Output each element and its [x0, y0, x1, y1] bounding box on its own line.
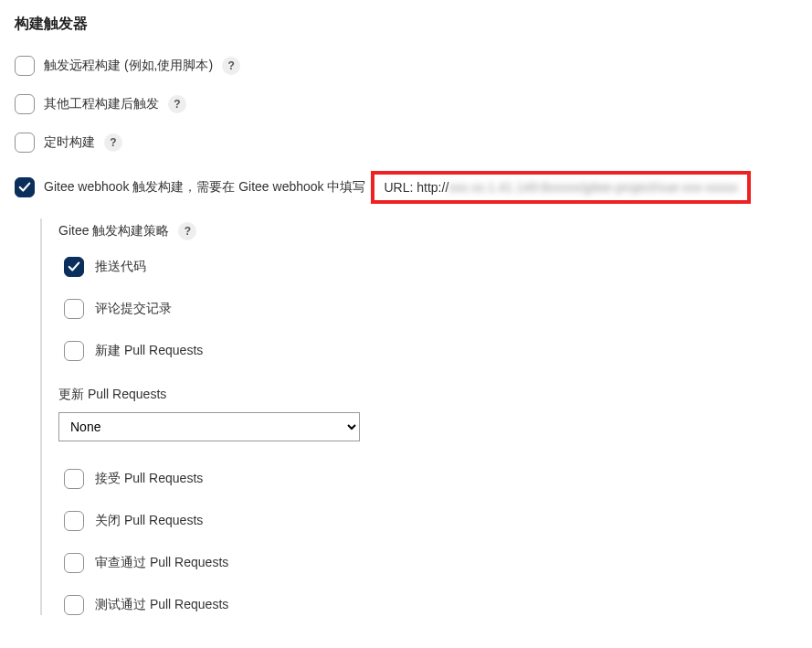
- update-pr-label: 更新 Pull Requests: [58, 387, 797, 403]
- check-icon: [18, 181, 31, 194]
- push-code-label: 推送代码: [95, 259, 146, 275]
- gitee-strategy-section: Gitee 触发构建策略 ? 推送代码 评论提交记录 新建 Pull Reque…: [40, 218, 797, 615]
- gitee-strategy-title-row: Gitee 触发构建策略 ?: [58, 222, 797, 240]
- section-title: 构建触发器: [15, 15, 797, 34]
- comment-commit-checkbox[interactable]: [64, 299, 84, 319]
- trigger-gitee-row: Gitee webhook 触发构建，需要在 Gitee webhook 中填写…: [15, 171, 797, 204]
- trigger-scheduled-label: 定时构建: [44, 134, 95, 151]
- review-pass-pr-checkbox[interactable]: [64, 553, 84, 573]
- push-code-checkbox[interactable]: [64, 257, 84, 277]
- test-pass-pr-label: 测试通过 Pull Requests: [95, 597, 228, 613]
- gitee-url-prefix: URL: http://: [384, 180, 448, 195]
- trigger-scheduled-row: 定时构建 ?: [15, 133, 797, 153]
- help-icon[interactable]: ?: [104, 133, 122, 152]
- new-pr-label: 新建 Pull Requests: [95, 343, 203, 359]
- trigger-remote-checkbox[interactable]: [15, 56, 35, 76]
- trigger-after-other-checkbox[interactable]: [15, 94, 35, 114]
- close-pr-row: 关闭 Pull Requests: [64, 511, 797, 531]
- accept-pr-row: 接受 Pull Requests: [64, 469, 797, 489]
- comment-commit-label: 评论提交记录: [95, 301, 172, 317]
- gitee-url-blurred: xxx.xx.1.41.149:8xxxxx/gitee-project/vue…: [448, 180, 738, 195]
- trigger-gitee-label: Gitee webhook 触发构建，需要在 Gitee webhook 中填写: [44, 179, 365, 196]
- test-pass-pr-checkbox[interactable]: [64, 595, 84, 615]
- close-pr-checkbox[interactable]: [64, 511, 84, 531]
- accept-pr-label: 接受 Pull Requests: [95, 471, 203, 487]
- trigger-gitee-checkbox[interactable]: [15, 177, 35, 197]
- comment-commit-row: 评论提交记录: [64, 299, 797, 319]
- trigger-after-other-row: 其他工程构建后触发 ?: [15, 94, 797, 114]
- new-pr-row: 新建 Pull Requests: [64, 341, 797, 361]
- help-icon[interactable]: ?: [168, 95, 186, 113]
- trigger-scheduled-checkbox[interactable]: [15, 133, 35, 153]
- push-code-row: 推送代码: [64, 257, 797, 277]
- review-pass-pr-row: 审查通过 Pull Requests: [64, 553, 797, 573]
- trigger-remote-row: 触发远程构建 (例如,使用脚本) ?: [15, 56, 797, 76]
- trigger-after-other-label: 其他工程构建后触发: [44, 96, 159, 112]
- review-pass-pr-label: 审查通过 Pull Requests: [95, 555, 228, 571]
- check-icon: [68, 260, 80, 273]
- new-pr-checkbox[interactable]: [64, 341, 84, 361]
- accept-pr-checkbox[interactable]: [64, 469, 84, 489]
- gitee-url-highlight: URL: http://xxx.xx.1.41.149:8xxxxx/gitee…: [371, 171, 750, 204]
- close-pr-label: 关闭 Pull Requests: [95, 513, 203, 529]
- update-pr-select[interactable]: None: [58, 412, 360, 441]
- trigger-remote-label: 触发远程构建 (例如,使用脚本): [44, 58, 213, 74]
- gitee-strategy-title: Gitee 触发构建策略: [58, 223, 169, 239]
- help-icon[interactable]: ?: [178, 222, 196, 240]
- help-icon[interactable]: ?: [222, 57, 240, 75]
- test-pass-pr-row: 测试通过 Pull Requests: [64, 595, 797, 615]
